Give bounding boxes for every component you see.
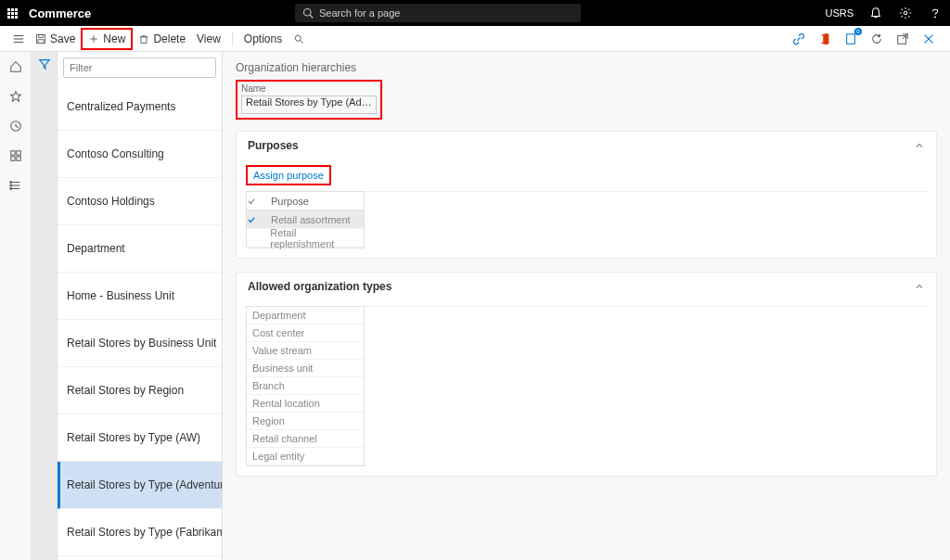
- attachments-icon[interactable]: 0: [842, 31, 859, 47]
- table-row[interactable]: Legal entity: [247, 448, 364, 465]
- chevron-up-icon: [914, 281, 925, 292]
- search-icon: [293, 33, 304, 45]
- table-row[interactable]: Retail channel: [247, 430, 364, 448]
- purpose-cell: Retail assortment: [267, 214, 354, 225]
- svg-rect-23: [10, 151, 14, 155]
- user-label[interactable]: USRS: [825, 7, 854, 19]
- popout-icon[interactable]: [894, 31, 911, 47]
- svg-rect-9: [38, 39, 44, 43]
- hierarchy-list: Centralized PaymentsContoso ConsultingCo…: [58, 83, 222, 560]
- assign-purpose-button[interactable]: Assign purpose: [246, 165, 331, 185]
- svg-rect-26: [16, 157, 19, 160]
- save-button[interactable]: Save: [30, 30, 81, 48]
- table-row[interactable]: Region: [247, 413, 364, 430]
- badge-count: 0: [854, 28, 862, 35]
- table-row[interactable]: Business unit: [247, 360, 364, 377]
- purpose-column[interactable]: Purpose: [267, 196, 313, 207]
- home-icon[interactable]: [8, 59, 23, 74]
- save-icon: [35, 33, 46, 45]
- plus-icon: [88, 33, 99, 45]
- list-item[interactable]: Contoso Holdings: [58, 178, 222, 225]
- table-row[interactable]: Department: [247, 307, 364, 325]
- list-item[interactable]: Retail Stores by Type (AW): [58, 414, 222, 462]
- svg-line-16: [301, 40, 303, 43]
- svg-rect-17: [847, 33, 855, 44]
- name-field[interactable]: Retail Stores by Type (Adventur...: [241, 95, 377, 114]
- svg-line-19: [903, 33, 907, 38]
- allowed-types-section: Allowed organization types DepartmentCos…: [236, 272, 937, 477]
- hierarchy-list-panel: Centralized PaymentsContoso ConsultingCo…: [58, 52, 223, 560]
- table-row[interactable]: Rental location: [247, 395, 364, 413]
- list-item[interactable]: Department: [58, 225, 222, 273]
- hamburger-icon[interactable]: [7, 32, 30, 45]
- svg-rect-24: [16, 151, 19, 155]
- new-button[interactable]: New: [81, 28, 133, 50]
- list-item[interactable]: Centralized Payments: [58, 83, 222, 131]
- link-icon[interactable]: [790, 31, 807, 47]
- svg-point-30: [9, 182, 11, 184]
- svg-rect-12: [141, 36, 147, 43]
- refresh-icon[interactable]: [868, 31, 885, 47]
- svg-point-32: [9, 188, 11, 190]
- table-row[interactable]: Cost center: [247, 325, 364, 342]
- help-icon[interactable]: [928, 6, 943, 20]
- purpose-cell: Retail replenishment: [266, 227, 364, 249]
- svg-rect-25: [10, 157, 14, 160]
- list-item[interactable]: Home - Business Unit: [58, 273, 222, 320]
- purposes-header[interactable]: Purposes: [237, 132, 936, 159]
- table-row[interactable]: Retail replenishment: [247, 229, 364, 248]
- page-title: Organization hierarchies: [236, 61, 937, 74]
- main-content: Organization hierarchies Name Retail Sto…: [223, 52, 950, 560]
- command-bar: Save New Delete View Options 0: [0, 26, 950, 52]
- purposes-section: Purposes Assign purpose Purpose: [236, 131, 937, 259]
- search-placeholder: Search for a page: [319, 7, 400, 19]
- find-button[interactable]: [288, 31, 310, 47]
- svg-rect-8: [39, 34, 44, 37]
- modules-icon[interactable]: [8, 178, 23, 193]
- recent-icon[interactable]: [8, 119, 23, 134]
- list-item[interactable]: Retail Stores by Region: [58, 367, 222, 414]
- purposes-table: Purpose Retail assortmentRetail replenis…: [246, 191, 365, 248]
- waffle-icon[interactable]: [7, 8, 18, 19]
- workspace-icon[interactable]: [8, 148, 23, 163]
- chevron-up-icon: [914, 140, 925, 151]
- gear-icon[interactable]: [898, 6, 913, 20]
- options-button[interactable]: Options: [238, 30, 288, 48]
- nav-rail: [0, 52, 32, 560]
- allowed-types-table: DepartmentCost centerValue streamBusines…: [246, 306, 365, 466]
- svg-point-31: [9, 185, 11, 186]
- svg-line-1: [310, 15, 313, 18]
- favorite-icon[interactable]: [8, 89, 23, 104]
- table-row[interactable]: Value stream: [247, 342, 364, 360]
- app-title: Commerce: [29, 6, 91, 20]
- name-label: Name: [241, 83, 377, 94]
- list-item[interactable]: Contoso Consulting: [58, 131, 222, 178]
- trash-icon: [138, 33, 149, 45]
- name-field-wrap: Name Retail Stores by Type (Adventur...: [236, 80, 382, 120]
- list-item[interactable]: Retail Stores by Type (Adventure Works): [58, 462, 222, 509]
- bell-icon[interactable]: [868, 6, 883, 20]
- svg-point-15: [295, 35, 301, 41]
- list-item[interactable]: Retail Stores by Type (Fabrikam): [58, 509, 222, 556]
- delete-button[interactable]: Delete: [133, 30, 191, 48]
- table-row[interactable]: Branch: [247, 377, 364, 395]
- funnel-icon[interactable]: [38, 57, 51, 70]
- filter-column: [32, 52, 58, 560]
- svg-point-3: [935, 17, 936, 18]
- search-icon: [302, 7, 314, 19]
- svg-point-2: [904, 11, 907, 15]
- filter-input[interactable]: [63, 57, 216, 78]
- close-icon[interactable]: [920, 31, 937, 47]
- view-button[interactable]: View: [191, 30, 226, 48]
- list-item[interactable]: Retail Stores by Business Unit: [58, 320, 222, 367]
- allowed-types-header[interactable]: Allowed organization types: [237, 273, 936, 300]
- app-topbar: Commerce Search for a page USRS: [0, 0, 950, 26]
- check-icon[interactable]: [247, 215, 267, 224]
- separator: [232, 32, 233, 46]
- check-header[interactable]: [247, 197, 267, 206]
- global-search[interactable]: Search for a page: [295, 4, 581, 22]
- office-icon[interactable]: [816, 31, 833, 47]
- svg-point-0: [304, 9, 312, 17]
